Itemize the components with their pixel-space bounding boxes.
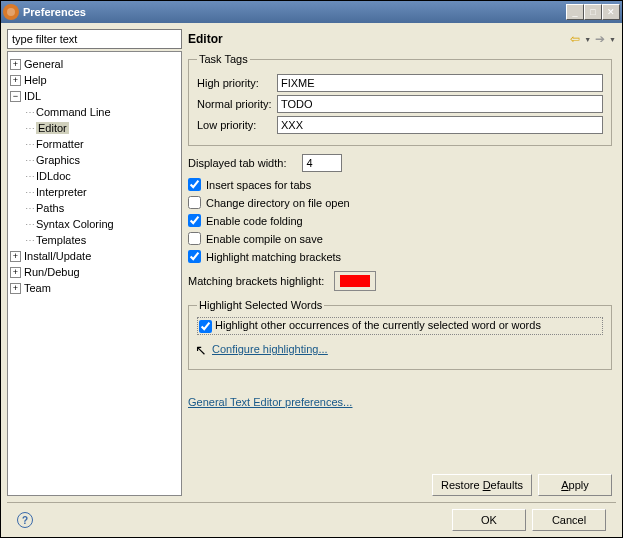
tree-item-templates[interactable]: ⋯Templates: [25, 232, 179, 248]
high-priority-input[interactable]: [277, 74, 603, 92]
restore-defaults-button[interactable]: Restore Defaults: [432, 474, 532, 496]
tree-branch-icon: ⋯: [25, 235, 34, 246]
tree-item-formatter[interactable]: ⋯Formatter: [25, 136, 179, 152]
tree-item-paths[interactable]: ⋯Paths: [25, 200, 179, 216]
app-icon: [3, 4, 19, 20]
nav-back-button[interactable]: ⇦: [566, 31, 584, 47]
expand-icon[interactable]: +: [10, 267, 21, 278]
window-title: Preferences: [23, 6, 566, 18]
cursor-icon: ↖: [195, 342, 207, 358]
bottom-bar: ? OK Cancel: [7, 502, 616, 537]
ok-button[interactable]: OK: [452, 509, 526, 531]
cancel-button[interactable]: Cancel: [532, 509, 606, 531]
dropdown-icon[interactable]: ▼: [584, 36, 591, 43]
collapse-icon[interactable]: −: [10, 91, 21, 102]
compile-save-checkbox[interactable]: [188, 232, 201, 245]
tree-branch-icon: ⋯: [25, 155, 34, 166]
svg-point-0: [7, 8, 15, 16]
tab-width-label: Displayed tab width:: [188, 157, 286, 169]
preferences-window: Preferences _ □ ✕ +General +Help −IDL ⋯C…: [0, 0, 623, 538]
change-dir-label: Change directory on file open: [206, 197, 350, 209]
code-folding-checkbox[interactable]: [188, 214, 201, 227]
color-swatch: [340, 275, 370, 287]
tree-item-run-debug[interactable]: +Run/Debug: [10, 264, 179, 280]
expand-icon[interactable]: +: [10, 283, 21, 294]
tree-item-idldoc[interactable]: ⋯IDLdoc: [25, 168, 179, 184]
tree-item-team[interactable]: +Team: [10, 280, 179, 296]
low-priority-label: Low priority:: [197, 119, 277, 131]
task-tags-group: Task Tags High priority: Normal priority…: [188, 53, 612, 146]
matching-color-button[interactable]: [334, 271, 376, 291]
expand-icon[interactable]: +: [10, 251, 21, 262]
hsw-label: Highlight other occurrences of the curre…: [215, 319, 541, 331]
insert-spaces-label: Insert spaces for tabs: [206, 179, 311, 191]
tree-item-general[interactable]: +General: [10, 56, 179, 72]
right-panel: Editor ⇦ ▼ ➔ ▼ Task Tags High priority: …: [188, 29, 616, 496]
tree-branch-icon: ⋯: [25, 171, 34, 182]
tree-branch-icon: ⋯: [25, 187, 34, 198]
tree-item-install-update[interactable]: +Install/Update: [10, 248, 179, 264]
hsw-legend: Highlight Selected Words: [197, 299, 324, 311]
tree-branch-icon: ⋯: [25, 123, 34, 134]
insert-spaces-checkbox[interactable]: [188, 178, 201, 191]
change-dir-checkbox[interactable]: [188, 196, 201, 209]
maximize-button[interactable]: □: [584, 4, 602, 20]
tree-item-command-line[interactable]: ⋯Command Line: [25, 104, 179, 120]
normal-priority-label: Normal priority:: [197, 98, 277, 110]
filter-input[interactable]: [7, 29, 182, 49]
tree-item-help[interactable]: +Help: [10, 72, 179, 88]
configure-highlighting-link[interactable]: Configure highlighting...: [212, 343, 328, 355]
expand-icon[interactable]: +: [10, 75, 21, 86]
tree-item-idl[interactable]: −IDL: [10, 88, 179, 104]
tree-branch-icon: ⋯: [25, 203, 34, 214]
low-priority-input[interactable]: [277, 116, 603, 134]
expand-icon[interactable]: +: [10, 59, 21, 70]
code-folding-label: Enable code folding: [206, 215, 303, 227]
tree-item-graphics[interactable]: ⋯Graphics: [25, 152, 179, 168]
dropdown-icon[interactable]: ▼: [609, 36, 616, 43]
tree-branch-icon: ⋯: [25, 107, 34, 118]
tab-width-input[interactable]: [302, 154, 342, 172]
tree-item-syntax-coloring[interactable]: ⋯Syntax Coloring: [25, 216, 179, 232]
tree-item-interpreter[interactable]: ⋯Interpreter: [25, 184, 179, 200]
nav-forward-button[interactable]: ➔: [591, 31, 609, 47]
apply-button[interactable]: Apply: [538, 474, 612, 496]
hsw-checkbox[interactable]: [199, 320, 212, 333]
compile-save-label: Enable compile on save: [206, 233, 323, 245]
matching-color-label: Matching brackets highlight:: [188, 275, 324, 287]
task-tags-legend: Task Tags: [197, 53, 250, 65]
help-icon[interactable]: ?: [17, 512, 33, 528]
left-panel: +General +Help −IDL ⋯Command Line ⋯Edito…: [7, 29, 182, 496]
high-priority-label: High priority:: [197, 77, 277, 89]
tree-branch-icon: ⋯: [25, 139, 34, 150]
general-text-editor-link[interactable]: General Text Editor preferences...: [188, 396, 352, 408]
page-title: Editor: [188, 32, 566, 46]
highlight-brackets-checkbox[interactable]: [188, 250, 201, 263]
titlebar: Preferences _ □ ✕: [1, 1, 622, 23]
highlight-brackets-label: Highlight matching brackets: [206, 251, 341, 263]
tree-item-editor[interactable]: ⋯Editor: [25, 120, 179, 136]
tree-branch-icon: ⋯: [25, 219, 34, 230]
close-button[interactable]: ✕: [602, 4, 620, 20]
normal-priority-input[interactable]: [277, 95, 603, 113]
minimize-button[interactable]: _: [566, 4, 584, 20]
highlight-selected-words-group: Highlight Selected Words Highlight other…: [188, 299, 612, 370]
preferences-tree[interactable]: +General +Help −IDL ⋯Command Line ⋯Edito…: [7, 51, 182, 496]
